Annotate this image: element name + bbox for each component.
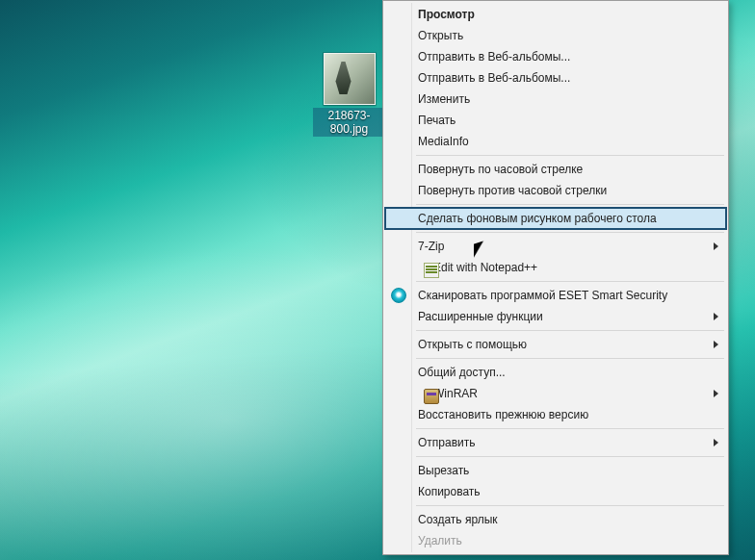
menu-item[interactable]: Просмотр [385,4,726,25]
submenu-arrow-icon [714,341,718,348]
menu-separator [416,456,724,457]
menu-item[interactable]: Изменить [385,89,726,110]
context-menu[interactable]: ПросмотрОткрытьОтправить в Веб-альбомы..… [382,0,729,555]
menu-item[interactable]: Отправить [385,432,726,453]
menu-item-label: Вырезать [418,464,469,477]
menu-item-label: MediaInfo [418,135,469,148]
menu-item-label: Повернуть по часовой стрелке [418,163,583,176]
menu-item[interactable]: Создать ярлык [385,509,726,530]
menu-separator [416,428,724,429]
menu-item-label: Сделать фоновым рисунком рабочего стола [418,212,657,225]
menu-item-label: Edit with Notepad++ [433,261,537,274]
menu-item-label: Восстановить прежнюю версию [418,408,588,421]
menu-separator [416,155,724,156]
menu-separator [416,204,724,205]
menu-item[interactable]: Повернуть по часовой стрелке [385,159,726,180]
menu-item-label: Открыть с помощью [418,338,527,351]
notepadpp-icon [424,263,439,278]
menu-item-label: Открыть [418,29,463,42]
menu-item-label: Удалить [418,534,462,547]
menu-item-label: 7-Zip [418,240,444,253]
eset-icon [391,288,406,303]
menu-separator [416,330,724,331]
menu-item-label: Общий доступ... [418,366,506,379]
submenu-arrow-icon [714,242,718,250]
menu-item[interactable]: MediaInfo [385,131,726,152]
submenu-arrow-icon [714,439,718,446]
menu-item-label: Создать ярлык [418,513,498,526]
menu-separator [416,505,724,506]
menu-item[interactable]: Отправить в Веб-альбомы... [385,67,726,89]
menu-item[interactable]: Открыть [385,25,726,46]
menu-item-label: Повернуть против часовой стрелки [418,184,607,197]
menu-item[interactable]: Сделать фоновым рисунком рабочего стола [385,208,726,229]
menu-item[interactable]: Вырезать [385,460,726,481]
menu-item[interactable]: Edit with Notepad++ [385,257,726,278]
menu-item[interactable]: Общий доступ... [385,362,726,383]
menu-item-label: Расширенные функции [418,310,543,323]
menu-separator [416,358,724,359]
menu-item[interactable]: Открыть с помощью [385,334,726,355]
menu-separator [416,232,724,233]
menu-item-label: Копировать [418,485,481,498]
winrar-icon [424,389,439,404]
menu-separator [416,281,724,282]
menu-item[interactable]: 7-Zip [385,236,726,257]
menu-item[interactable]: Копировать [385,481,726,502]
menu-item[interactable]: Отправить в Веб-альбомы... [385,46,726,67]
menu-item[interactable]: Сканировать программой ESET Smart Securi… [385,285,726,306]
desktop-file-icon[interactable]: 218673- 800.jpg [313,53,385,137]
file-thumbnail [324,53,376,105]
menu-item[interactable]: WinRAR [385,383,726,404]
menu-item-label: Печать [418,114,456,127]
menu-item-label: Изменить [418,92,470,106]
menu-item-label: Отправить в Веб-альбомы... [418,50,570,64]
menu-item[interactable]: Повернуть против часовой стрелки [385,180,726,201]
file-label: 218673- 800.jpg [313,108,385,137]
menu-item[interactable]: Расширенные функции [385,306,726,327]
menu-item-label: Отправить в Веб-альбомы... [418,71,570,85]
menu-item: Удалить [385,530,726,551]
menu-item-label: Отправить [418,436,476,449]
submenu-arrow-icon [714,313,718,320]
submenu-arrow-icon [714,390,718,397]
menu-item-label: Просмотр [418,8,475,21]
menu-item-label: WinRAR [433,387,478,400]
menu-item[interactable]: Восстановить прежнюю версию [385,404,726,425]
menu-item-label: Сканировать программой ESET Smart Securi… [418,289,667,302]
menu-item[interactable]: Печать [385,110,726,131]
